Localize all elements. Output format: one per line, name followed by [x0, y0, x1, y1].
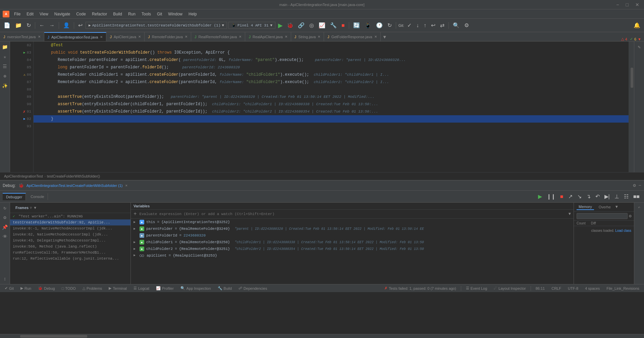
watch-input[interactable]: [140, 212, 566, 216]
code-editor[interactable]: @Test public void testCreateFolderWithSu…: [34, 42, 629, 172]
var-parentfolderid[interactable]: ► ■ parentFolderId = 2243680320: [131, 232, 574, 239]
debug-minimize-icon[interactable]: −: [639, 183, 641, 188]
debug-close-icon[interactable]: ✕: [125, 183, 127, 188]
undo-button[interactable]: ↩: [76, 21, 84, 29]
step-into-button[interactable]: ↘: [576, 192, 583, 201]
layout-inspector-status[interactable]: ☄ Layout Inspector: [492, 286, 528, 290]
menu-edit[interactable]: Edit: [24, 11, 36, 17]
menu-view[interactable]: View: [37, 11, 51, 17]
menu-refactor[interactable]: Refactor: [89, 11, 110, 17]
evaluate-button[interactable]: ⊥: [613, 192, 621, 201]
tab-close-5[interactable]: ✕: [318, 35, 320, 39]
debug-button[interactable]: 🐞: [285, 21, 295, 29]
history-button[interactable]: 🕐: [374, 21, 384, 29]
expand-childfolder1-icon[interactable]: ►: [133, 241, 138, 244]
bookmark-icon[interactable]: ✭: [2, 53, 7, 61]
memory-tab[interactable]: Memory: [577, 204, 594, 210]
expand-parentfolder-icon[interactable]: ►: [133, 227, 138, 231]
stop-debug-button[interactable]: ■: [558, 193, 565, 201]
tab-close-1[interactable]: ✕: [138, 35, 141, 39]
load-class-link[interactable]: Load class: [615, 229, 631, 232]
menu-help[interactable]: Help: [186, 11, 200, 17]
run-config-dropdown[interactable]: ▶ ApiClientIntegrationTest.testCreateFol…: [86, 22, 227, 29]
structure-icon[interactable]: ☰: [1, 62, 8, 71]
v-scroll-thumb[interactable]: [631, 68, 633, 88]
breadcrumb-method[interactable]: testCreateFolderWithSubfolder(): [47, 174, 100, 178]
tab-close[interactable]: ✕: [38, 35, 41, 39]
frame-invoke-43[interactable]: invoke:43, DelegatingMethodAccessorImpl.…: [10, 238, 130, 244]
new-file-button[interactable]: 📄: [2, 21, 12, 29]
logcat-status[interactable]: ☰ Logcat: [131, 286, 151, 290]
run-button[interactable]: ▶: [277, 21, 284, 30]
console-tab[interactable]: Console: [27, 193, 48, 200]
frame-invoke-0[interactable]: invoke:0:-1, NativeMethodAccessorImpl (j…: [10, 225, 130, 231]
dependencies-status[interactable]: ☍ Dependencies: [236, 286, 269, 290]
maximize-button[interactable]: □: [624, 2, 631, 7]
step-out-button[interactable]: ↶: [594, 192, 601, 201]
tab-conversiontest[interactable]: J nversionTest.java ✕: [0, 32, 44, 41]
restart-icon[interactable]: ↻: [2, 204, 7, 212]
filter-icon[interactable]: ▿: [30, 205, 32, 210]
indent-status[interactable]: 4 spaces: [583, 286, 602, 290]
build-button[interactable]: 🔧: [328, 21, 338, 29]
menu-code[interactable]: Code: [73, 11, 89, 17]
stop-button[interactable]: ■: [340, 21, 346, 29]
coverage-button[interactable]: ◎: [308, 21, 316, 29]
frame-run-12[interactable]: run:12, ReflectiveCallable (org.junit.in…: [10, 256, 130, 262]
build-status[interactable]: 🔧 Build: [216, 286, 234, 290]
tab-remotefolder[interactable]: J RemoteFolder.java ✕: [145, 32, 191, 41]
profile-button[interactable]: 📈: [317, 21, 327, 29]
git-update-button[interactable]: ↓: [415, 21, 421, 29]
expand-this-icon[interactable]: ►: [133, 220, 138, 224]
overhe-tab[interactable]: Overhe: [597, 204, 613, 210]
menu-run[interactable]: Run: [125, 11, 138, 17]
event-log-status[interactable]: ☰ Event Log: [464, 286, 489, 290]
notifications-button[interactable]: 🔔: [632, 21, 642, 29]
sync-button[interactable]: ↻: [25, 21, 33, 29]
var-apiclient[interactable]: ► ◯◯ apiClient = {RealApiClient@3253}: [131, 252, 574, 259]
run-status[interactable]: ▶ Run: [18, 286, 33, 290]
git-commit-button[interactable]: ✓: [406, 21, 413, 29]
run-to-cursor-button[interactable]: ▶|: [603, 192, 611, 201]
notifications-side-icon[interactable]: ✎: [636, 43, 642, 51]
expand-debug-icon[interactable]: ↕: [2, 275, 7, 283]
memory-search-input[interactable]: [577, 213, 628, 219]
menu-git[interactable]: Git: [154, 11, 165, 17]
frame-selected[interactable]: testCreateFolderWithSubfolder:92, ApiCli…: [10, 219, 130, 225]
android-studio-icon[interactable]: ✍: [636, 204, 642, 210]
frame-run-reflective[interactable]: runReflectiveCall:50, FrameworkMethod$1.…: [10, 250, 130, 256]
project-icon[interactable]: 📁: [1, 43, 9, 51]
pause-button[interactable]: ❙❙: [545, 192, 557, 201]
reload-button[interactable]: ↻: [386, 21, 393, 29]
pin-icon[interactable]: 📌: [1, 223, 9, 231]
menu-file[interactable]: File: [11, 11, 23, 17]
overhe-more-icon[interactable]: ▼: [615, 205, 618, 209]
var-childfolder2[interactable]: ► ■ childFolder2 = {RealRemoteFolder@325…: [131, 246, 574, 252]
tab-close-active[interactable]: ✕: [100, 35, 103, 39]
watch-icon[interactable]: 👁: [2, 233, 8, 241]
breadcrumb-class[interactable]: ApiClientIntegrationTest: [4, 174, 43, 178]
expand-apiclient-icon[interactable]: ►: [133, 254, 138, 257]
frame-test-worker[interactable]: ✓ "Test worker"...ain": RUNNING: [10, 213, 130, 219]
attach-button[interactable]: 🔗: [296, 21, 306, 29]
profiler-status[interactable]: 📈 Profiler: [154, 286, 176, 290]
menu-build[interactable]: Build: [110, 11, 125, 17]
resume-button[interactable]: ▶: [536, 192, 544, 201]
expand-parentfolderid-icon[interactable]: ►: [133, 234, 138, 238]
vertical-scrollbar[interactable]: [629, 42, 634, 172]
todo-status[interactable]: □ TODO: [60, 286, 78, 290]
frame-invoke-62[interactable]: invoke:62, NativeMethodAccessorImpl (jdk…: [10, 231, 130, 238]
close-button[interactable]: ✕: [633, 2, 641, 7]
var-childfolder1[interactable]: ► ■ childFolder1 = {RealRemoteFolder@325…: [131, 239, 574, 246]
git-revert-button[interactable]: ↩: [429, 21, 437, 29]
user-button[interactable]: 👤: [61, 21, 71, 29]
tab-realremotefolder[interactable]: J RealRemoteFolder.java ✕: [191, 32, 245, 41]
menu-window[interactable]: Window: [165, 11, 185, 17]
var-this[interactable]: ► ■ this = {ApiClientIntegrationTest@325…: [131, 219, 574, 225]
watch-dropdown-icon[interactable]: ▼: [569, 212, 571, 216]
step-over-button[interactable]: ↗: [567, 192, 574, 201]
terminal-status[interactable]: ▶ Terminal: [107, 286, 129, 290]
position-status[interactable]: 86:11: [534, 286, 547, 290]
tab-close-2[interactable]: ✕: [185, 35, 187, 39]
more-tabs-button[interactable]: ▼: [381, 33, 389, 41]
